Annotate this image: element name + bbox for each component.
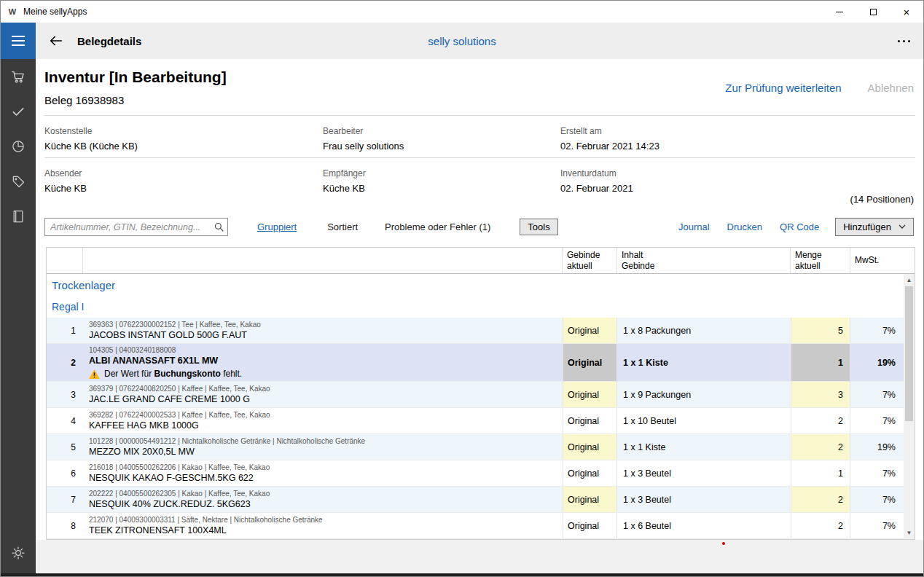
menge-cell[interactable]: 2 — [791, 513, 850, 538]
meta-field-empfaenger: Empfänger Küche KB — [323, 168, 560, 194]
menge-cell[interactable]: 5 — [791, 318, 850, 343]
col-header-mwst: MwSt. — [850, 248, 915, 273]
mwst-cell: 7% — [850, 382, 904, 407]
back-button[interactable] — [45, 30, 67, 52]
table-row[interactable]: 5101228 | 00000054491212 | Nichtalkoholi… — [47, 434, 904, 460]
meta-label: Empfänger — [323, 168, 560, 178]
table-row[interactable]: 2104305 | 04003240188008ALBI ANANASSAFT … — [47, 344, 904, 382]
table-row[interactable]: 3369379 | 07622400820250 | Kaffee | Kaff… — [47, 382, 904, 408]
sorted-toggle[interactable]: Sortiert — [327, 221, 358, 232]
inhalt-cell: 1 x 1 Kiste — [617, 434, 791, 460]
col-header-index — [47, 248, 83, 273]
menge-cell[interactable]: 1 — [791, 344, 850, 381]
meta-value: 02. Februar 2021 14:23 — [560, 141, 915, 152]
menge-cell[interactable]: 1 — [791, 460, 850, 486]
scrollbar-thumb[interactable] — [905, 286, 913, 421]
gebinde-cell[interactable]: Original — [563, 460, 617, 486]
minimize-button[interactable] — [823, 1, 856, 23]
gebinde-cell[interactable]: Original — [563, 513, 617, 538]
more-button[interactable] — [898, 30, 910, 52]
article-meta: 216018 | 04005500262206 | Kakao | Kaffee… — [89, 463, 557, 471]
grouped-toggle[interactable]: Gruppiert — [257, 221, 297, 232]
meta-value: Küche KB — [323, 183, 560, 194]
search-input[interactable] — [50, 222, 214, 232]
mwst-cell: 7% — [850, 318, 904, 343]
sidebar-item-reports[interactable] — [1, 129, 36, 164]
close-button[interactable]: × — [890, 1, 923, 23]
reject-link[interactable]: Ablehnen — [868, 82, 914, 94]
sidebar-item-settings[interactable] — [1, 535, 36, 570]
mwst-cell: 7% — [850, 460, 904, 486]
book-icon — [11, 209, 26, 224]
menge-cell[interactable]: 2 — [791, 434, 850, 460]
gebinde-cell[interactable]: Original — [563, 344, 617, 381]
article-name: ALBI ANANASSAFT 6X1L MW — [89, 356, 557, 366]
group-header[interactable]: Regal I — [47, 296, 904, 318]
qr-code-link[interactable]: QR Code — [780, 221, 819, 232]
gear-icon — [11, 546, 26, 560]
divider — [44, 157, 915, 158]
table-scrollbar[interactable]: ▲ ▼ — [904, 274, 915, 539]
table-rows: TrockenlagerRegal I1369363 | 07622300002… — [47, 274, 904, 539]
table-row[interactable]: 6216018 | 04005500262206 | Kakao | Kaffe… — [47, 460, 904, 487]
gebinde-cell[interactable]: Original — [563, 318, 617, 343]
document-number: Beleg 16938983 — [44, 94, 124, 106]
mwst-cell: 19% — [850, 434, 904, 460]
table-row[interactable]: 4369282 | 07622400002533 | Kaffee | Kaff… — [47, 408, 904, 434]
article-name: MEZZO MIX 20X0,5L MW — [89, 447, 557, 457]
meta-field-inventurdatum: Inventurdatum 02. Februar 2021 — [560, 168, 915, 194]
add-button[interactable]: Hinzufügen — [835, 218, 914, 236]
hamburger-button[interactable] — [1, 23, 36, 59]
meta-value: 02. Februar 2021 — [560, 183, 915, 194]
forward-for-review-link[interactable]: Zur Prüfung weiterleiten — [725, 82, 841, 94]
maximize-button[interactable] — [856, 1, 890, 23]
warning-icon — [89, 369, 100, 379]
meta-label: Bearbeiter — [323, 126, 560, 136]
mwst-cell: 7% — [850, 408, 904, 433]
article-cell: 369379 | 07622400820250 | Kaffee | Kaffe… — [83, 382, 563, 407]
table-row[interactable]: 1369363 | 07622300002152 | Tee | Kaffee,… — [47, 318, 904, 344]
positions-table: Gebinde aktuell Inhalt Gebinde Menge akt… — [46, 247, 915, 540]
sidebar-item-articles[interactable] — [1, 164, 36, 199]
sidebar-item-approvals[interactable] — [1, 94, 36, 129]
content-area: Inventur [In Bearbeitung] Beleg 16938983… — [36, 59, 923, 576]
article-meta: 104305 | 04003240188008 — [89, 346, 557, 354]
col-header-article — [83, 248, 563, 273]
meta-label: Erstellt am — [560, 126, 915, 136]
scroll-down-arrow[interactable]: ▼ — [904, 527, 915, 538]
menge-cell[interactable]: 3 — [791, 382, 850, 407]
sidebar-item-journal[interactable] — [1, 199, 36, 234]
inhalt-cell: 1 x 10 Beutel — [617, 408, 791, 433]
row-number: 7 — [47, 487, 83, 512]
chevron-down-icon — [898, 224, 906, 229]
journal-link[interactable]: Journal — [678, 221, 710, 232]
search-icon[interactable] — [214, 221, 224, 232]
row-number: 2 — [47, 344, 83, 381]
table-row[interactable]: 7202222 | 04005500262305 | Kakao | Kaffe… — [47, 487, 904, 513]
print-link[interactable]: Drucken — [727, 221, 762, 232]
row-number: 4 — [47, 408, 83, 433]
row-number: 5 — [47, 434, 83, 460]
mwst-cell: 7% — [850, 513, 904, 538]
gebinde-cell[interactable]: Original — [563, 487, 617, 512]
gebinde-cell[interactable]: Original — [563, 434, 617, 460]
menge-cell[interactable]: 2 — [791, 487, 850, 512]
close-icon: × — [904, 7, 910, 17]
window-title: Meine sellyApps — [23, 7, 87, 17]
gebinde-cell[interactable]: Original — [563, 382, 617, 407]
gebinde-cell[interactable]: Original — [563, 408, 617, 433]
tools-button[interactable]: Tools — [520, 219, 557, 235]
problems-filter[interactable]: Probleme oder Fehler (1) — [385, 221, 490, 232]
table-row[interactable]: 8212070 | 04009300003311 | Säfte, Nektar… — [47, 513, 904, 539]
group-header[interactable]: Trockenlager — [47, 274, 904, 296]
sidebar — [1, 59, 36, 576]
scroll-up-arrow[interactable]: ▲ — [904, 275, 915, 286]
row-number: 1 — [47, 318, 83, 343]
menge-cell[interactable]: 2 — [791, 408, 850, 433]
pie-chart-icon — [11, 139, 26, 154]
col-header-menge: Menge aktuell — [791, 248, 850, 273]
table-header: Gebinde aktuell Inhalt Gebinde Menge akt… — [47, 248, 915, 274]
cart-icon — [10, 68, 26, 85]
sidebar-item-orders[interactable] — [1, 59, 36, 94]
sidebar-spacer — [1, 234, 36, 535]
